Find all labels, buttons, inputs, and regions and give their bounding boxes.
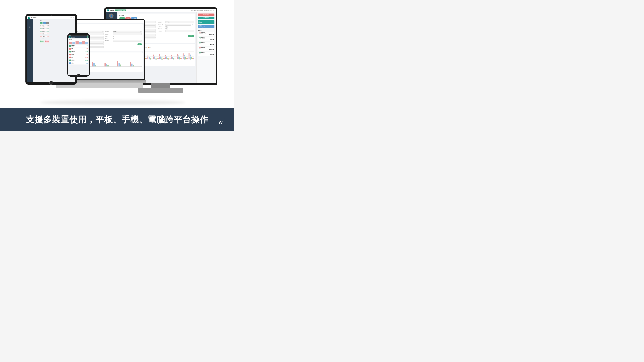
recent-title-0: 借款記帳 [201,32,205,33]
tablet-brand-name: NEXTREK [31,17,37,18]
devices-container: N Nextrek 方案: Eam 2020-12-31 使用方案: 2018 … [20,4,214,104]
chevron-icon2: ▾ [102,39,103,40]
month-jun: 六月 [153,59,159,60]
laptop-input-account[interactable]: A銀行▾ [75,30,104,32]
monitor-stand [151,83,170,88]
phone-tx-icon-1: + [69,45,71,47]
save-button[interactable]: 儲存 [188,34,194,37]
phone-tx-icon-4: - [69,53,71,55]
phone-screen: CARRIER 9:41 N 成本 / 支出 + [68,35,89,75]
laptop-fee-toggle[interactable] [113,36,115,37]
laptop-row-status: 交易狀態 ⊘ 同日收入▾ [105,30,142,32]
tablet-total-expense: 支出 124,700 [45,40,49,43]
phone-ui: CARRIER 9:41 N 成本 / 支出 + [68,35,89,75]
laptop-label-tax: 營業稅 ⊘ [105,38,112,39]
recent-item-header-4: 收入 銷貨收入 [199,52,214,53]
fee-toggle[interactable] [165,26,168,27]
recent-tag-2: 收入 [199,42,201,43]
laptop-save-button[interactable]: 儲存 [138,43,142,45]
phone-time: 9:41 [87,35,88,36]
tablet-nav-home[interactable]: ⌂ [28,21,32,22]
tablet-page-title: 報表 [40,20,49,21]
tax-toggle[interactable] [165,28,168,29]
laptop-row-tax: 營業稅 ⊘ [105,38,142,39]
laptop-row-fee: 手續費 ⊘ [105,36,142,37]
phone-tx-icon-7: ↔ [69,62,71,64]
phone-tx-amount-2: -40,000 [85,48,88,49]
phone-tx-4: - 水電費 2019-01-22 -3,200 [69,53,88,56]
phone-tx-info-6: 銷貨收入 2019-01-20 [72,60,85,61]
phone-home-button[interactable] [77,74,80,76]
bottom-banner: 支援多裝置使用，平板、手機、電腦跨平台操作 N [0,108,234,131]
month-dec: 十二月 [188,59,194,60]
form-title: 收支記錄 [120,15,194,16]
dropdown-icon3: ▾ [193,21,193,22]
laptop-row-invoice: 發票號碼 ⊘ [105,39,142,41]
tablet-table-head-row: 日期 類別 金額 [40,24,49,26]
phone-chart-card: 成本 / 支出 [69,39,88,44]
tablet-btn-export[interactable]: 匯出 [46,22,49,24]
phone-tx-amount-7: 50,000 [86,63,88,64]
cash-value: $4,000 [198,22,214,23]
dropdown-icon: ▾ [154,21,155,22]
main-section: N Nextrek 方案: Eam 2020-12-31 使用方案: 2018 … [0,0,234,108]
tablet-nav-money[interactable]: $ [28,25,32,25]
laptop-label-counterpart: 交易對象 ⊘ [105,34,112,34]
form-row-fee: 手續費 ⊘ [158,26,194,27]
label-invoice: 發票號碼 ⊘ [158,30,164,32]
phone-tx-amount-1: +80,000 [85,45,88,46]
phone-device: CARRIER 9:41 N 成本 / 支出 + [67,33,90,77]
phone-tx-info-4: 水電費 2019-01-22 [72,54,86,55]
form-row-counterpart: 交易對象 ⊘ 🔍 [158,24,194,25]
form-right-col: 交易狀態 ⊘ 同日收入 ▾ 交易對象 ⊘ [158,21,194,41]
phone-mini-chart [69,40,88,44]
phone-tx-icon-3: + [69,51,71,53]
bottom-logo: N [217,118,225,126]
label-status: 交易狀態 ⊘ [158,21,164,23]
chevron-icon: ▾ [102,31,103,32]
phone-title: 成本 / 支出 [71,37,75,38]
cash-card: 現金 $4,000 [198,20,214,24]
recent-amount-2: $50,000 [199,44,214,45]
nextrek-logo: N [217,118,225,126]
recent-item-0: 重覆 借款記帳 2019-09-28 小美 就這 $128,000 [198,32,214,36]
bottom-text: 支援多裝置使用，平板、手機、電腦跨平台操作 [26,114,208,125]
search-icon[interactable]: 🔍 [192,24,194,25]
laptop-input-status[interactable]: 同日收入▾ [113,30,142,32]
laptop-bar-6 [130,62,142,66]
tablet-btn-new[interactable]: 新增 [40,22,42,24]
laptop-input-counterpart[interactable] [113,33,142,35]
tablet-row-4: 01-22 銷貨收入 +120,000 [40,31,49,32]
phone-add-btn[interactable]: + [86,36,88,38]
pending-btn[interactable]: 未完成交易(0) [198,13,214,16]
phone-tx-icon-6: + [69,59,71,61]
tablet-table: 日期 類別 金額 01-25 銷貨成本 -50,000 [40,24,49,39]
tablet-table-header: 新增 篩選 匯出 [40,22,49,24]
tablet-totals: 收入 265,000 支出 124,700 [40,40,49,43]
tablet-btn-filter[interactable]: 篩選 [43,22,46,24]
phone-tx-5: - 房租 2019-01-21 -30,000 [69,56,88,59]
legend-salary: 薪資 [148,47,150,48]
tablet-row-3: 01-23 水電費 -3,200 [40,29,49,31]
phone-tx-icon-2: - [69,48,71,50]
form-row-invoice: 發票號碼 ⊘ [158,30,194,32]
tablet-nav-list[interactable]: ≡ [28,23,32,24]
laptop-label-invoice: 發票號碼 ⊘ [105,40,112,41]
recent-amount-0: $128,000 [199,34,214,35]
carrier-text: CARRIER [69,35,71,36]
recent-title-1: 銷貨收入 [201,37,205,38]
tablet-nav-chart[interactable]: 📊 [28,26,32,27]
laptop-tax-toggle[interactable] [113,38,115,39]
recent-title: 最近交易 [198,29,214,31]
input-invoice[interactable] [165,30,194,32]
input-status[interactable]: 同日收入 ▾ [165,21,194,23]
tablet-nav: ⌂ ≡ $ 📊 [27,19,33,82]
fund-btn[interactable]: 資金帳戶餘額 [198,16,214,19]
dropdown-icon2: ▾ [154,29,155,30]
input-counterpart[interactable] [165,24,191,25]
laptop-input-invoice[interactable] [113,39,142,41]
tablet-home-button[interactable] [49,81,53,85]
desktop-header: N Nextrek 方案: Eam 2020-12-31 使用方案: 2018 … [106,9,216,12]
chevron-icon3: ▾ [140,31,141,32]
laptop-bar-3 [92,62,104,66]
